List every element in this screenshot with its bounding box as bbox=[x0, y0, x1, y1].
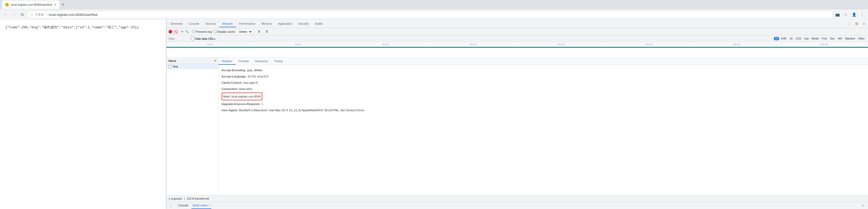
header-value-uir: 1 bbox=[261, 101, 263, 107]
nav-bar: ← → ↻ ⚠ 不安全 | 📺 ☆ 👤 ⋮ bbox=[0, 9, 868, 20]
details-panel: Headers Preview Response Timing Accept-E… bbox=[218, 58, 868, 195]
profile-button[interactable]: 👤 bbox=[850, 11, 858, 18]
devtools-close-button[interactable]: × bbox=[861, 21, 867, 27]
timeline-mark-0: 20 ms bbox=[166, 42, 254, 47]
response-text: {"code":200,"msg":"操作成功","data":{"id":1,… bbox=[5, 26, 139, 29]
network-throttle-select[interactable]: Online bbox=[237, 29, 253, 34]
header-key-ae: Accept-Encoding: bbox=[221, 67, 246, 73]
disable-cache-label: Disable cache bbox=[214, 30, 235, 33]
devtools-settings-button[interactable]: ⚙ bbox=[854, 21, 860, 27]
timeline-mark-7: 160 ms bbox=[780, 42, 868, 47]
filter-type-font[interactable]: Font bbox=[820, 37, 828, 40]
tab-network[interactable]: Network bbox=[219, 21, 236, 27]
timeline-mark-2: 60 ms bbox=[342, 42, 430, 47]
header-row-accept-language: Accept-Language: zh-CN, zh;q=0.9 bbox=[221, 73, 865, 80]
bottom-menu-icon[interactable]: ⋮ bbox=[168, 203, 173, 208]
timeline-ruler: 20 ms 40 ms 60 ms 80 ms 100 ms 120 ms 14… bbox=[166, 42, 868, 47]
preserve-log-checkbox[interactable] bbox=[192, 30, 195, 33]
bottom-tab-whats-new[interactable]: What's New × bbox=[191, 202, 211, 209]
filter-type-manifest[interactable]: Manifest bbox=[844, 37, 856, 40]
filter-bar: Hide data URLs All XHR JS CSS Img Media … bbox=[166, 35, 868, 42]
console-tab-label: Console bbox=[178, 204, 188, 207]
filter-type-other[interactable]: Other bbox=[857, 37, 866, 40]
devtools-tabs: Elements Console Sources Network Perform… bbox=[167, 21, 326, 27]
upload-icon-button[interactable]: ⬆ bbox=[256, 29, 262, 35]
filter-type-all[interactable]: All bbox=[774, 37, 779, 40]
filter-type-doc[interactable]: Doc bbox=[829, 37, 836, 40]
record-button[interactable] bbox=[168, 30, 172, 33]
hide-data-urls-checkbox[interactable] bbox=[191, 37, 194, 40]
filter-type-js[interactable]: JS bbox=[788, 37, 794, 40]
new-tab-button[interactable]: + bbox=[60, 1, 67, 8]
details-tab-headers[interactable]: Headers bbox=[218, 58, 236, 65]
forward-button[interactable]: → bbox=[10, 11, 18, 18]
tab-application[interactable]: Application bbox=[275, 21, 295, 27]
timeline-mark-1: 40 ms bbox=[254, 42, 342, 47]
details-tab-preview[interactable]: Preview bbox=[236, 58, 252, 65]
bottom-close-button[interactable]: × bbox=[860, 203, 866, 209]
bottom-status-bar: 1 requests | 215 B transferred bbox=[166, 195, 868, 202]
devtools-tab-icons: ⋮ ⚙ × bbox=[846, 21, 867, 27]
address-input[interactable] bbox=[49, 13, 829, 17]
header-value-cc: max-age=0 bbox=[243, 80, 257, 86]
timeline-mark-3: 80 ms bbox=[430, 42, 517, 47]
network-toolbar: 🚫 ▼ 🔍 Preserve log Disable cache Online … bbox=[166, 28, 868, 35]
devtools-bottom-right-icons: × bbox=[860, 203, 866, 209]
header-row-accept-encoding: Accept-Encoding: gzip, deflate bbox=[221, 67, 865, 73]
network-search-icon: 🔍 bbox=[185, 30, 189, 33]
security-icon: ⚠ bbox=[30, 13, 33, 17]
tab-bar: 🔒 local.register.com:8040/user/find × + bbox=[0, 0, 868, 9]
filter-input[interactable] bbox=[168, 37, 189, 40]
preserve-log-label: Preserve log bbox=[192, 30, 212, 33]
filter-types: All XHR JS CSS Img Media Font Doc WS Man… bbox=[774, 37, 866, 40]
request-row-find[interactable]: find bbox=[166, 64, 218, 69]
bottom-tab-console[interactable]: Console bbox=[177, 202, 189, 209]
filter-type-xhr[interactable]: XHR bbox=[780, 37, 788, 40]
header-value-al: zh-CN, zh;q=0.9 bbox=[248, 73, 268, 79]
hide-data-urls-label: Hide data URLs bbox=[191, 37, 215, 40]
header-value-host: local.register.com:8040 bbox=[231, 94, 261, 99]
filter-type-media[interactable]: Media bbox=[810, 37, 820, 40]
download-icon-button[interactable]: ⬇ bbox=[264, 29, 270, 35]
header-key-ua: User-Agent: bbox=[221, 107, 238, 113]
tab-security[interactable]: Security bbox=[295, 21, 312, 27]
requests-panel: Name × find Headers Preview Response Tim… bbox=[166, 58, 868, 195]
whats-new-close-icon[interactable]: × bbox=[209, 204, 210, 207]
separator: | bbox=[46, 13, 47, 16]
back-button[interactable]: ← bbox=[2, 11, 9, 18]
tab-memory[interactable]: Memory bbox=[258, 21, 275, 27]
tab-console[interactable]: Console bbox=[186, 21, 202, 27]
tab-performance[interactable]: Performance bbox=[236, 21, 258, 27]
details-tab-timing[interactable]: Timing bbox=[271, 58, 286, 65]
requests-count: 1 requests bbox=[168, 197, 182, 200]
header-row-user-agent: User-Agent: Mozilla/5.0 (Macintosh; Inte… bbox=[221, 107, 865, 113]
timeline-blue-line bbox=[166, 47, 868, 48]
clear-button[interactable]: 🚫 bbox=[174, 30, 177, 33]
details-tabs: Headers Preview Response Timing bbox=[218, 58, 868, 65]
request-checkbox[interactable] bbox=[168, 65, 172, 68]
tab-title: local.register.com:8040/user/find bbox=[11, 3, 52, 6]
tab-close-button[interactable]: × bbox=[54, 3, 56, 7]
filter-type-img[interactable]: Img bbox=[803, 37, 810, 40]
header-row-connection: Connection: keep-alive bbox=[221, 86, 865, 92]
nav-right-icons: 📺 ☆ 👤 ⋮ bbox=[834, 11, 866, 18]
page-content: {"code":200,"msg":"操作成功","data":{"id":1,… bbox=[0, 20, 166, 209]
bookmark-button[interactable]: ☆ bbox=[842, 11, 849, 18]
timeline-mark-4: 100 ms bbox=[517, 42, 605, 47]
tab-elements[interactable]: Elements bbox=[167, 21, 186, 27]
menu-button[interactable]: ⋮ bbox=[859, 11, 866, 18]
tab-audits[interactable]: Audits bbox=[312, 21, 326, 27]
tab-favicon: 🔒 bbox=[5, 3, 9, 6]
devtools-more-button[interactable]: ⋮ bbox=[846, 21, 852, 27]
tab-sources[interactable]: Sources bbox=[202, 21, 219, 27]
disable-cache-checkbox[interactable] bbox=[214, 30, 216, 33]
active-tab[interactable]: 🔒 local.register.com:8040/user/find × bbox=[2, 1, 60, 9]
filter-type-css[interactable]: CSS bbox=[795, 37, 803, 40]
cast-button[interactable]: 📺 bbox=[834, 11, 841, 18]
request-name: find bbox=[173, 65, 178, 68]
filter-type-ws[interactable]: WS bbox=[837, 37, 843, 40]
refresh-button[interactable]: ↻ bbox=[19, 11, 26, 18]
divider2 bbox=[190, 30, 191, 34]
details-tab-response[interactable]: Response bbox=[252, 58, 271, 65]
requests-close-button[interactable]: × bbox=[214, 59, 216, 63]
